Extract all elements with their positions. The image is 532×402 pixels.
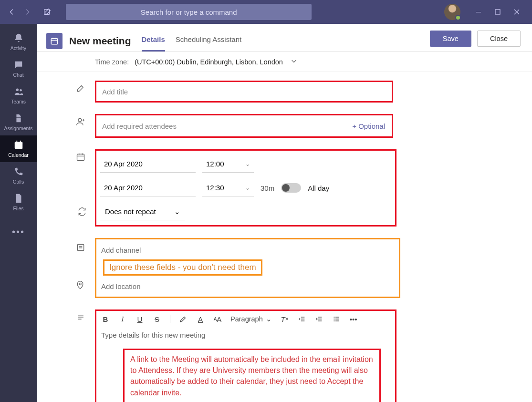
location-icon [75, 280, 85, 292]
svg-rect-17 [77, 154, 84, 160]
avatar[interactable] [444, 4, 460, 20]
search-input[interactable] [66, 4, 312, 20]
svg-rect-10 [51, 39, 58, 44]
channel-input[interactable] [98, 242, 397, 258]
save-button[interactable]: Save [430, 31, 471, 47]
attendees-input[interactable] [97, 116, 346, 135]
chevron-down-icon: ⌄ [245, 161, 250, 167]
svg-point-4 [16, 89, 19, 92]
duration-label: 30m [261, 184, 274, 192]
svg-rect-37 [335, 317, 339, 317]
repeat-select[interactable]: Does not repeat ⌄ [100, 203, 185, 220]
rail-calendar[interactable]: Calendar [0, 135, 37, 162]
start-time-input[interactable]: 12:00 ⌄ [202, 155, 254, 173]
bullet-list-button[interactable] [332, 315, 341, 323]
italic-button[interactable]: I [118, 315, 127, 323]
rail-activity[interactable]: Activity [0, 29, 37, 55]
start-date-input[interactable] [100, 155, 196, 173]
indent-button[interactable] [315, 315, 323, 323]
compose-icon[interactable] [41, 6, 53, 18]
end-time-input[interactable]: 12:30 ⌄ [202, 179, 254, 196]
title-input[interactable] [97, 83, 391, 100]
datetime-highlight: 12:00 ⌄ 12:30 ⌄ 30m All day [95, 149, 396, 227]
add-optional-link[interactable]: + Optional [346, 122, 391, 130]
allday-label: All day [308, 184, 329, 192]
details-placeholder: Type details for this new meeting [101, 331, 390, 339]
rail-label: Files [13, 206, 23, 211]
back-button[interactable] [6, 6, 18, 18]
rail-more[interactable]: ••• [0, 218, 37, 245]
calendar-icon [46, 33, 63, 49]
svg-point-5 [20, 89, 21, 91]
rail-chat[interactable]: Chat [0, 55, 37, 82]
ignore-highlight: Ignore these fields - you don't need the… [95, 238, 400, 298]
chevron-down-icon: ⌄ [174, 207, 180, 216]
page-title: New meeting [69, 35, 131, 47]
rail-label: Assignments [4, 125, 32, 131]
chevron-down-icon: ⌄ [266, 315, 272, 323]
format-icon [76, 312, 85, 324]
rail-assignments[interactable]: Assignments [0, 109, 37, 135]
outdent-button[interactable] [298, 315, 306, 323]
highlight-button[interactable] [179, 315, 188, 323]
page-header: New meeting Details Scheduling Assistant… [37, 24, 532, 52]
close-button[interactable]: Close [477, 31, 521, 47]
svg-rect-8 [16, 141, 17, 143]
svg-point-34 [334, 317, 334, 318]
tab-scheduling-assistant[interactable]: Scheduling Assistant [176, 35, 241, 52]
window-minimize-button[interactable]: ─ [469, 2, 488, 21]
rail-teams[interactable]: Teams [0, 82, 37, 109]
meeting-form: + Optional 12:00 ⌄ [37, 72, 532, 402]
tab-details[interactable]: Details [142, 35, 165, 52]
annotation-ignore: Ignore these fields - you don't need the… [103, 259, 262, 276]
svg-point-14 [78, 118, 82, 122]
paragraph-select[interactable]: Paragraph ⌄ [230, 315, 272, 323]
svg-point-35 [334, 319, 334, 320]
rail-label: Activity [10, 45, 26, 51]
timezone-row[interactable]: Time zone: (UTC+00:00) Dublin, Edinburgh… [37, 52, 532, 72]
svg-point-36 [334, 320, 334, 321]
font-color-button[interactable]: A [196, 315, 205, 323]
window-close-button[interactable] [507, 2, 526, 21]
svg-rect-1 [495, 10, 500, 14]
bold-button[interactable]: B [101, 315, 110, 323]
allday-toggle[interactable] [281, 183, 301, 193]
app-rail: Activity Chat Teams Assignments Calendar… [0, 24, 37, 402]
location-input[interactable] [98, 278, 397, 294]
more-options-button[interactable]: ••• [349, 315, 358, 323]
rte-toolbar: B I U S A AA Paragraph ⌄ [97, 312, 394, 326]
chevron-down-icon: ⌄ [245, 185, 250, 191]
repeat-icon [77, 207, 87, 218]
forward-button[interactable] [21, 6, 33, 18]
svg-rect-7 [14, 142, 22, 144]
add-people-icon [76, 117, 85, 128]
separator [170, 315, 170, 323]
rail-calls[interactable]: Calls [0, 162, 37, 189]
font-size-button[interactable]: AA [213, 315, 222, 323]
svg-point-24 [79, 283, 81, 285]
annotation-link-info: A link to the Meeting will automatically… [123, 349, 381, 402]
svg-rect-38 [335, 319, 339, 319]
end-date-input[interactable] [100, 179, 196, 196]
rail-label: Teams [11, 99, 26, 104]
window-maximize-button[interactable] [488, 2, 507, 21]
presence-available-icon [455, 15, 461, 21]
attendees-highlight: + Optional [95, 114, 393, 138]
chevron-down-icon [291, 58, 297, 66]
pencil-icon [76, 83, 85, 95]
details-editor[interactable]: Type details for this new meeting A link… [97, 326, 394, 402]
channel-icon [76, 243, 85, 254]
main-pane: New meeting Details Scheduling Assistant… [37, 24, 532, 402]
clear-format-button[interactable]: T× [281, 315, 289, 323]
title-bar: ─ [0, 0, 532, 24]
timezone-label: Time zone: [95, 58, 129, 66]
rail-label: Chat [13, 72, 23, 78]
rail-files[interactable]: Files [0, 189, 37, 216]
rail-label: Calendar [8, 152, 29, 158]
svg-rect-9 [20, 141, 21, 143]
timezone-value: (UTC+00:00) Dublin, Edinburgh, Lisbon, L… [135, 58, 283, 66]
search-box[interactable] [66, 4, 312, 20]
calendar-field-icon [76, 152, 85, 164]
strike-button[interactable]: S [153, 315, 161, 323]
underline-button[interactable]: U [136, 315, 144, 323]
